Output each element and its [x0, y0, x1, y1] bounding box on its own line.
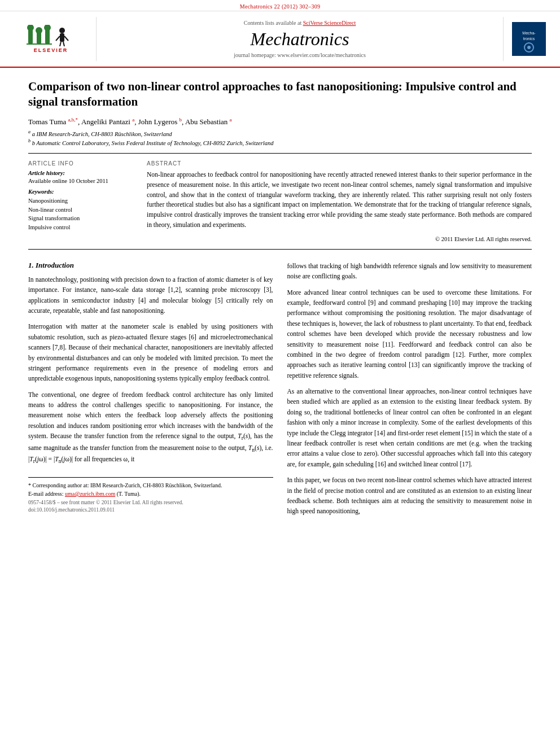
corresponding-footnote: * Corresponding author at: IBM Research-… — [28, 481, 273, 490]
issn-line: 0957-4158/$ – see front matter © 2011 El… — [28, 500, 273, 505]
main-body: 1. Introduction In nanotechnology, posit… — [28, 261, 532, 522]
abstract-body: Non-linear approaches to feedback contro… — [147, 170, 532, 230]
available-online: Available online 10 October 2011 — [28, 178, 135, 184]
abstract-col: ABSTRACT Non-linear approaches to feedba… — [147, 160, 532, 242]
svg-text:Mecha-: Mecha- — [522, 31, 536, 35]
body-col-right: follows that tracking of high bandwidth … — [287, 261, 532, 522]
body-right-para-3: As an alternative to the conventional li… — [287, 386, 532, 469]
keywords-label: Keywords: — [28, 189, 135, 195]
page: Mechatronics 22 (2012) 302–309 — [0, 0, 560, 747]
svg-point-8 — [59, 28, 65, 33]
authors-line: Tomas Tuma a,b,*, Angeliki Pantazi a, Jo… — [28, 117, 532, 126]
affiliation-b: b b Automatic Control Laboratory, Swiss … — [28, 138, 532, 146]
svg-rect-9 — [60, 33, 64, 42]
svg-point-18 — [527, 46, 531, 49]
body-right-para-1: follows that tracking of high bandwidth … — [287, 261, 532, 282]
divider-1 — [28, 153, 532, 154]
keyword-1: Nanopositioning — [28, 196, 135, 206]
svg-text:tronics: tronics — [523, 37, 535, 41]
sciverse-line: Contents lists available at SciVerse Sci… — [108, 20, 492, 26]
footnote-area: * Corresponding author at: IBM Research-… — [28, 477, 273, 513]
mechatronics-small-icon: Mecha- tronics — [512, 22, 546, 56]
journal-top-bar: Mechatronics 22 (2012) 302–309 — [0, 0, 560, 11]
info-abstract-cols: ARTICLE INFO Article history: Available … — [28, 160, 532, 242]
elsevier-brand-label: ELSEVIER — [34, 47, 68, 53]
copyright-notice: © 2011 Elsevier Ltd. All rights reserved… — [147, 236, 532, 242]
journal-logo-right: Mecha- tronics — [509, 22, 549, 56]
keyword-3: Signal transformation — [28, 214, 135, 223]
email-footnote: E-mail address: uma@zurich.ibm.com (T. T… — [28, 490, 273, 498]
body-right-para-4: In this paper, we focus on two recent no… — [287, 475, 532, 517]
elsevier-tree-icon — [25, 25, 76, 46]
journal-header: ELSEVIER Contents lists available at Sci… — [0, 11, 560, 68]
history-label: Article history: — [28, 170, 135, 176]
keywords-list: Nanopositioning Non-linear control Signa… — [28, 196, 135, 232]
section1-title: 1. Introduction — [28, 261, 273, 270]
article-title: Comparison of two non-linear control app… — [28, 79, 532, 110]
body-para-2: Interrogation with matter at the nanomet… — [28, 321, 273, 383]
body-para-1: In nanotechnology, positioning with prec… — [28, 274, 273, 316]
body-col-left: 1. Introduction In nanotechnology, posit… — [28, 261, 273, 522]
journal-name: Mechatronics — [108, 29, 492, 50]
email-link[interactable]: uma@zurich.ibm.com — [65, 491, 115, 497]
body-right-para-2: More advanced linear control techniques … — [287, 287, 532, 381]
keyword-4: Impulsive control — [28, 223, 135, 232]
svg-rect-7 — [27, 43, 52, 45]
content-area: Comparison of two non-linear control app… — [0, 68, 560, 539]
doi-line: doi:10.1016/j.mechatronics.2011.09.011 — [28, 507, 273, 513]
article-info-heading: ARTICLE INFO — [28, 160, 135, 167]
svg-point-4 — [36, 27, 42, 34]
article-info-col: ARTICLE INFO Article history: Available … — [28, 160, 135, 242]
journal-homepage: journal homepage: www.elsevier.com/locat… — [108, 52, 492, 58]
journal-citation: Mechatronics 22 (2012) 302–309 — [240, 3, 321, 10]
sciverse-link[interactable]: SciVerse ScienceDirect — [303, 20, 356, 26]
abstract-heading: ABSTRACT — [147, 160, 532, 167]
keyword-2: Non-linear control — [28, 206, 135, 215]
divider-2 — [28, 249, 532, 250]
affiliation-a: a a IBM Research-Zurich, CH-8803 Rüschli… — [28, 129, 532, 137]
body-para-3: The conventional, one degree of freedom … — [28, 390, 273, 466]
elsevier-logo-area: ELSEVIER — [11, 25, 90, 53]
journal-header-center: Contents lists available at SciVerse Sci… — [96, 17, 504, 61]
